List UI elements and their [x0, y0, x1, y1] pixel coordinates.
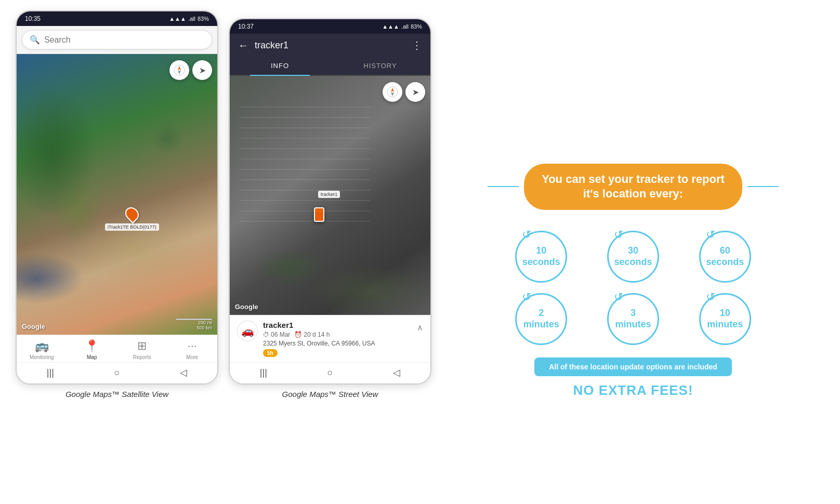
tab-info-label: INFO	[271, 62, 289, 70]
ring-60sec: 60 seconds	[699, 231, 751, 283]
recents-gesture-1[interactable]: ◁	[180, 367, 187, 378]
phone-tracker: 10:37 ▲▲▲ .all 83% ← tracker1 ⋮ INFO	[229, 18, 431, 384]
ring-30sec: 30 seconds	[607, 231, 659, 283]
location-button[interactable]: ➤	[192, 60, 212, 80]
ring-10min: 10 minutes	[699, 293, 751, 345]
circle-3min: 3 minutes	[595, 293, 672, 345]
search-box[interactable]: 🔍	[22, 30, 212, 49]
nav-reports[interactable]: ⊞ Reports	[126, 339, 158, 360]
circle-10min: 10 minutes	[687, 293, 763, 345]
circle-30sec: 30 seconds	[595, 231, 672, 283]
street-map[interactable]: ➤ tracker1 Google	[230, 76, 430, 315]
nav-reports-label: Reports	[133, 354, 151, 360]
timer-icon: ⏰	[294, 331, 302, 338]
satellite-map[interactable]: ➤ iTrack1TE BOLD(0177) Google 200 mi 500…	[17, 54, 217, 335]
signal-icon-1: ▲▲▲	[169, 16, 186, 22]
time-1: 10:35	[25, 15, 41, 22]
marker-icon	[122, 205, 141, 224]
monitoring-icon: 🚌	[35, 339, 49, 353]
status-icons-2: ▲▲▲ .all 83%	[382, 23, 422, 30]
tracker-details: tracker1 ⏱ 06 Mar ⏰ 20 d 14 h 2325 Myers…	[263, 321, 412, 357]
ring-3min: 3 minutes	[607, 293, 659, 345]
google-logo-2: Google	[235, 303, 258, 311]
back-gesture-2[interactable]: |||	[260, 367, 267, 378]
circle-text-10min: 10 minutes	[707, 308, 743, 330]
phone-satellite: 10:35 ▲▲▲ .all 83% 🔍	[16, 10, 218, 384]
info-panel: You can set your tracker to report it's …	[442, 158, 824, 399]
home-bar-2: ||| ○ ◁	[230, 362, 430, 383]
nav-more[interactable]: ··· More	[177, 339, 208, 360]
tab-history-label: HISTORY	[363, 62, 397, 70]
network-label-2: .all	[401, 23, 409, 30]
tracker-duration: ⏰ 20 d 14 h	[294, 331, 330, 338]
nav-monitoring-label: Monitoring	[30, 354, 54, 360]
tracker-map-label: tracker1	[318, 191, 340, 198]
header-title: tracker1	[255, 40, 405, 51]
tracker-info-bar: 🚗 tracker1 ⏱ 06 Mar ⏰ 20 d 14 h	[230, 315, 430, 362]
map-scale-1: 200 mi 500 km	[176, 319, 212, 330]
map-marker-satellite: iTrack1TE BOLD(0177)	[105, 207, 159, 231]
circle-text-60sec: 60 seconds	[706, 245, 744, 268]
google-logo-1: Google	[22, 323, 45, 330]
phone1-caption: Google Maps™ Satellite View	[65, 390, 168, 399]
car-marker	[314, 207, 324, 222]
nav-monitoring[interactable]: 🚌 Monitoring	[26, 339, 57, 360]
ring-2min: 2 minutes	[515, 293, 567, 345]
tab-info[interactable]: INFO	[230, 57, 330, 75]
app-tabs: INFO HISTORY	[230, 57, 430, 76]
compass-button-2[interactable]	[383, 82, 402, 102]
no-fees-label: NO EXTRA FEES!	[573, 382, 693, 399]
scale-label-500km: 500 km	[196, 325, 212, 330]
bottom-nav-1: 🚌 Monitoring 📍 Map ⊞ Reports ··· More	[17, 335, 217, 362]
home-bar-1: ||| ○ ◁	[17, 362, 217, 383]
more-button[interactable]: ⋮	[412, 39, 422, 51]
search-input[interactable]	[44, 35, 204, 45]
signal-icon-2: ▲▲▲	[382, 23, 399, 30]
tracker-meta: ⏱ 06 Mar ⏰ 20 d 14 h	[263, 331, 412, 338]
network-label-1: .all	[188, 16, 195, 22]
home-gesture-2[interactable]: ○	[327, 367, 333, 378]
circle-text-30sec: 30 seconds	[614, 245, 652, 268]
circles-grid: 10 seconds 30 seconds 60 secon	[498, 215, 768, 355]
status-bar-1: 10:35 ▲▲▲ .all 83%	[17, 11, 217, 26]
back-gesture-1[interactable]: |||	[47, 367, 54, 378]
search-bar-area: 🔍	[17, 26, 217, 54]
more-icon: ···	[188, 339, 197, 353]
tracker-address: 2325 Myers St, Oroville, CA 95966, USA	[263, 340, 412, 347]
recents-gesture-2[interactable]: ◁	[393, 367, 400, 378]
home-gesture-1[interactable]: ○	[114, 367, 120, 378]
reports-icon: ⊞	[137, 339, 147, 353]
circle-10sec: 10 seconds	[503, 231, 580, 283]
nav-map-label: Map	[87, 354, 97, 360]
time-2: 10:37	[238, 23, 254, 30]
battery-2: 83%	[411, 23, 422, 30]
map-icon: 📍	[85, 339, 99, 353]
app-header: ← tracker1 ⋮	[230, 34, 430, 57]
status-icons-1: ▲▲▲ .all 83%	[169, 16, 209, 22]
location-icon-2: ➤	[412, 87, 419, 97]
clock-icon: ⏱	[263, 331, 269, 338]
tracker-name: tracker1	[263, 321, 412, 329]
circle-text-10sec: 10 seconds	[522, 245, 560, 268]
compass-button[interactable]	[169, 60, 189, 80]
status-bar-2: 10:37 ▲▲▲ .all 83%	[230, 19, 430, 34]
circle-60sec: 60 seconds	[687, 231, 763, 283]
info-headline: You can set your tracker to report it's …	[524, 164, 742, 210]
circle-text-3min: 3 minutes	[615, 308, 651, 330]
truck-icon: 🚗	[241, 325, 254, 337]
collapse-button[interactable]: ∧	[417, 321, 423, 333]
tracker-badge: 5h	[263, 349, 278, 357]
phone2-caption: Google Maps™ Street View	[282, 390, 378, 399]
nav-map[interactable]: 📍 Map	[76, 339, 108, 360]
ring-10sec: 10 seconds	[515, 231, 567, 283]
back-button[interactable]: ←	[238, 39, 248, 51]
tab-history[interactable]: HISTORY	[330, 57, 430, 75]
tracker-date: ⏱ 06 Mar	[263, 331, 290, 338]
nav-more-label: More	[186, 354, 198, 360]
location-button-2[interactable]: ➤	[405, 82, 425, 102]
footer-banner: All of these location update options are…	[534, 357, 732, 376]
tracker-avatar: 🚗	[237, 321, 258, 341]
search-icon: 🔍	[30, 35, 40, 45]
scale-label-200mi: 200 mi	[198, 320, 212, 325]
circle-2min: 2 minutes	[503, 293, 580, 345]
